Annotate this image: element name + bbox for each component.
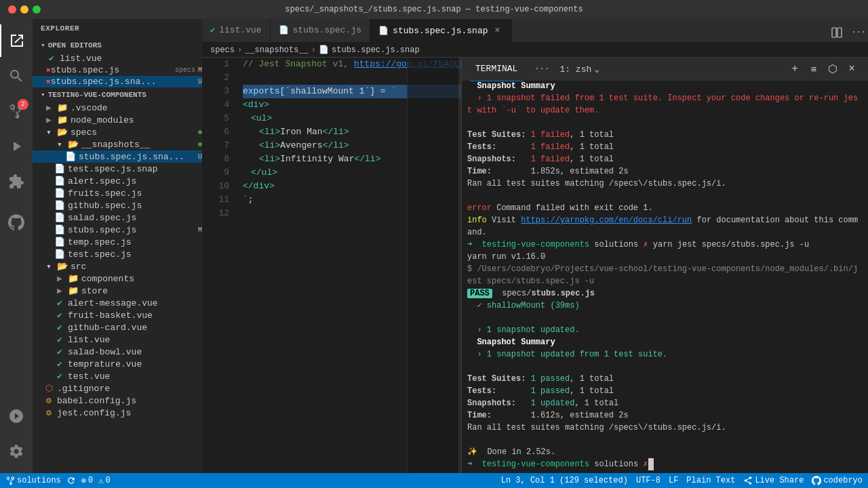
terminal-shell-dropdown[interactable]: 1: zsh ⌄	[555, 62, 604, 76]
encoding-text: UTF-8	[636, 476, 660, 485]
terminal-body[interactable]: expect(wrapper).toMatchSnapshot() 16 | }…	[462, 81, 868, 473]
terminal-line-23: ✓ shallowMount (39ms)	[467, 300, 863, 312]
tree-item-alert-message[interactable]: ✔ alert-message.vue	[33, 297, 202, 309]
tab-stubs-snap[interactable]: 📄 stubs.spec.js.snap ×	[370, 19, 511, 42]
folder-specs-icon: 📂	[57, 127, 68, 138]
language-indicator[interactable]: Plain Text	[686, 476, 735, 485]
src-label: src	[71, 262, 202, 272]
folder-store-icon: 📁	[68, 285, 79, 296]
cursor-position[interactable]: Ln 3, Col 1 (129 selected)	[501, 476, 628, 485]
fruit-basket-label: fruit-basket.vue	[68, 310, 202, 321]
activity-item-extensions[interactable]	[0, 165, 33, 198]
tree-item-gitignore[interactable]: ⬡ .gitignore	[33, 382, 202, 394]
activity-item-run[interactable]	[0, 130, 33, 163]
tree-item-node-modules[interactable]: ▶ 📁 node_modules	[33, 114, 202, 126]
tab-stubs-spec[interactable]: 📄 stubs.spec.js	[271, 19, 370, 42]
source-control-badge: 2	[18, 99, 28, 110]
close-button[interactable]	[8, 5, 16, 14]
activity-item-account[interactable]	[0, 400, 33, 432]
test-vue-icon: ✔	[54, 371, 65, 382]
specs-label: specs	[71, 127, 195, 138]
tree-item-babel-config[interactable]: ⚙ babel.config.js	[33, 394, 202, 407]
activity-item-source-control[interactable]: 2	[0, 95, 33, 127]
open-editor-stubs-snap[interactable]: ✖ stubs.spec.js.sna... U	[33, 76, 202, 87]
alert-msg-icon: ✔	[54, 298, 65, 308]
add-terminal-button[interactable]: +	[787, 61, 803, 77]
terminal-line-12: Tests: 1 failed, 1 total	[467, 141, 863, 153]
stubs-spec-tree-label: stubs.spec.js	[68, 225, 195, 235]
activity-item-settings[interactable]	[0, 435, 33, 468]
sync-icon	[66, 476, 76, 485]
open-editor-list-vue[interactable]: ✔ list.vue	[33, 52, 202, 64]
split-terminal-button[interactable]: ⊞	[806, 61, 822, 77]
tree-item-jest-config[interactable]: ⚙ jest.config.js	[33, 407, 202, 419]
activity-item-explorer[interactable]	[0, 24, 33, 57]
chevron-down-specs-icon: ▾	[43, 127, 54, 138]
tree-item-store[interactable]: ▶ 📁 store	[33, 285, 202, 297]
open-editor-stubs-spec[interactable]: ✖ stubs.spec.js specs M	[33, 64, 202, 76]
tree-item-test-vue[interactable]: ✔ test.vue	[33, 370, 202, 382]
tree-item-list-vue[interactable]: ✔ list.vue	[33, 333, 202, 346]
tab-stubs-snap-label: stubs.spec.js.snap	[393, 26, 488, 36]
tree-item-stubs-snap[interactable]: 📄 stubs.spec.js.sna... U	[33, 150, 202, 163]
maximize-button[interactable]	[33, 5, 41, 14]
terminal-line-13: Snapshots: 1 failed, 1 total	[467, 153, 863, 165]
tree-item-src[interactable]: ▾ 📂 src	[33, 260, 202, 272]
tree-item-specs[interactable]: ▾ 📂 specs	[33, 126, 202, 138]
tree-item-stubs-spec[interactable]: 📄 stubs.spec.js M	[33, 224, 202, 236]
tree-item-components[interactable]: ▶ 📁 components	[33, 272, 202, 285]
salad-spec-label: salad.spec.js	[68, 213, 202, 223]
test-vue-label: test.vue	[68, 371, 202, 382]
more-actions-button[interactable]: ···	[849, 23, 868, 42]
activity-item-github[interactable]	[0, 206, 33, 239]
open-editors-section[interactable]: ▾ OPEN EDITORS	[33, 38, 202, 52]
maximize-terminal-button[interactable]: ⬡	[825, 61, 841, 77]
tree-item-temp-spec[interactable]: 📄 temp.spec.js	[33, 236, 202, 248]
tab-list-vue[interactable]: ✔ list.vue	[202, 19, 271, 42]
tree-item-test-snap[interactable]: 📄 test.spec.js.snap	[33, 163, 202, 175]
live-share-button[interactable]: Live Share	[743, 476, 804, 485]
breadcrumb-filename[interactable]: stubs.spec.js.snap	[332, 45, 420, 55]
tree-item-alert-spec[interactable]: 📄 alert.spec.js	[33, 175, 202, 187]
split-editor-button[interactable]	[827, 23, 846, 42]
refresh-button[interactable]	[66, 476, 76, 485]
chevron-down-icon-project: ▾	[41, 90, 45, 99]
open-editor-stubs-snap-label: stubs.spec.js.sna...	[51, 77, 195, 87]
github-username: codebryo	[823, 476, 863, 485]
project-section[interactable]: ▾ TESTING-VUE-COMPONENTS	[33, 87, 202, 102]
window-controls[interactable]	[8, 5, 41, 14]
tree-item-github-card[interactable]: ✔ github-card.vue	[33, 321, 202, 333]
chevron-right-comp-icon: ▶	[54, 273, 65, 284]
salad-bowl-label: salad-bowl.vue	[68, 347, 202, 357]
terminal-line-32: Time: 1.612s, estimated 2s	[467, 409, 863, 422]
github-account[interactable]: codebryo	[812, 476, 863, 485]
tab-close-button[interactable]: ×	[492, 25, 503, 36]
tree-item-fruit-basket[interactable]: ✔ fruit-basket.vue	[33, 309, 202, 321]
branch-indicator[interactable]: solutions	[5, 476, 61, 485]
breadcrumb-specs[interactable]: specs	[210, 45, 235, 55]
file-tree-scroll[interactable]: ▾ OPEN EDITORS ✔ list.vue ✖ stubs.spec.j…	[33, 38, 202, 473]
line-ending-indicator[interactable]: LF	[669, 476, 678, 485]
terminal-line-14: Time: 1.852s, estimated 2s	[467, 165, 863, 178]
warning-indicator[interactable]: ⚠ 0	[98, 476, 110, 486]
tree-item-vscode[interactable]: ▶ 📁 .vscode	[33, 102, 202, 114]
minimize-button[interactable]	[20, 5, 28, 14]
tree-item-fruits-spec[interactable]: 📄 fruits.spec.js	[33, 187, 202, 199]
terminal-more-btn[interactable]: ···	[534, 61, 550, 77]
tree-item-temprature[interactable]: ✔ temprature.vue	[33, 358, 202, 370]
tree-item-salad-spec[interactable]: 📄 salad.spec.js	[33, 211, 202, 224]
tree-item-github-spec[interactable]: 📄 github.spec.js	[33, 199, 202, 211]
breadcrumb-sep1: ›	[237, 45, 242, 55]
temp-spec-label: temp.spec.js	[68, 237, 202, 247]
tree-item-snapshots[interactable]: ▾ 📂 __snapshots__	[33, 138, 202, 150]
tree-item-salad-bowl[interactable]: ✔ salad-bowl.vue	[33, 346, 202, 358]
breadcrumb-snapshots[interactable]: __snapshots__	[245, 45, 309, 55]
terminal-tab-terminal[interactable]: TERMINAL	[470, 58, 523, 81]
vscode-label: .vscode	[71, 103, 202, 113]
activity-item-search[interactable]	[0, 60, 33, 92]
close-terminal-button[interactable]: ×	[844, 61, 860, 77]
tree-item-test-spec[interactable]: 📄 test.spec.js	[33, 248, 202, 260]
error-indicator[interactable]: ⊗ 0	[81, 476, 93, 486]
terminal-line-24	[467, 312, 863, 324]
encoding-indicator[interactable]: UTF-8	[636, 476, 660, 485]
